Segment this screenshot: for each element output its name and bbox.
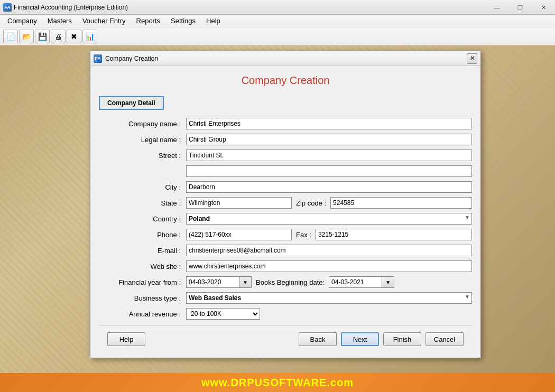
email-label: E-mail : xyxy=(99,247,186,255)
menu-company[interactable]: Company xyxy=(2,15,42,27)
menubar: Company Masters Voucher Entry Reports Se… xyxy=(0,15,555,27)
books-date-input[interactable] xyxy=(329,276,382,288)
tab-container: Company Detail xyxy=(99,96,472,110)
fin-date-input[interactable] xyxy=(186,276,239,288)
minimize-button[interactable]: — xyxy=(485,0,508,15)
company-creation-dialog: FA Company Creation ✕ Company Creation C… xyxy=(90,51,481,358)
books-date-picker-button[interactable]: ▼ xyxy=(382,276,394,288)
finish-button[interactable]: Finish xyxy=(383,332,421,346)
business-type-select[interactable]: Web Based Sales Retail Wholesale Manufac… xyxy=(186,292,472,304)
app-close-button[interactable]: ✕ xyxy=(532,0,555,15)
zip-input[interactable] xyxy=(330,197,472,209)
dialog-footer: Help Back Next Finish Cancel xyxy=(99,325,472,350)
fin-date-picker-button[interactable]: ▼ xyxy=(239,276,252,288)
form-row-phone-fax: Phone : Fax : xyxy=(99,228,472,241)
email-input[interactable] xyxy=(186,245,472,256)
books-label: Books Beginning date: xyxy=(252,278,329,286)
footer-right: Back Next Finish Cancel xyxy=(299,332,464,346)
street-input[interactable] xyxy=(186,150,472,161)
form-row-city: City : xyxy=(99,181,472,193)
country-select[interactable]: Poland United States United Kingdom Germ… xyxy=(186,213,472,225)
toolbar-save-btn[interactable]: 💾 xyxy=(35,30,50,43)
main-area: FA Company Creation ✕ Company Creation C… xyxy=(0,45,555,392)
form-row-annual-revenue: Annual revenue : 20 to 100K 100K to 500K… xyxy=(99,307,472,320)
toolbar-open-btn[interactable]: 📂 xyxy=(19,30,34,43)
help-button[interactable]: Help xyxy=(107,332,145,346)
toolbar-delete-btn[interactable]: ✖ xyxy=(67,30,81,43)
state-input[interactable] xyxy=(186,197,292,209)
footer-left: Help xyxy=(107,332,145,346)
cancel-button[interactable]: Cancel xyxy=(426,332,464,346)
toolbar: 📄 📂 💾 🖨 ✖ 📊 xyxy=(0,27,555,45)
city-label: City : xyxy=(99,183,186,191)
taskbar: FA Financial Accounting (Enterprise Edit… xyxy=(0,0,555,15)
form-row-company-name: Company name : xyxy=(99,117,472,130)
menu-voucher-entry[interactable]: Voucher Entry xyxy=(77,15,131,27)
company-name-label: Company name : xyxy=(99,120,186,128)
business-type-select-wrapper: Web Based Sales Retail Wholesale Manufac… xyxy=(186,292,472,304)
form-row-country: Country : Poland United States United Ki… xyxy=(99,212,472,225)
website-label: Web site : xyxy=(99,263,186,270)
titlebar-controls: — ❐ ✕ xyxy=(485,0,555,15)
street2-input[interactable] xyxy=(186,165,472,177)
dialog-heading: Company Creation xyxy=(99,71,472,90)
form-row-financial: Financial year from : ▼ Books Beginning … xyxy=(99,276,472,288)
dialog-close-button[interactable]: ✕ xyxy=(467,53,477,64)
app-icon: FA xyxy=(3,3,12,12)
form-row-legal-name: Legal name : xyxy=(99,133,472,146)
back-button[interactable]: Back xyxy=(299,332,337,346)
zip-label: Zip code : xyxy=(292,199,330,207)
form-row-website: Web site : xyxy=(99,260,472,273)
dialog-titlebar: FA Company Creation ✕ xyxy=(90,51,480,66)
phone-label: Phone : xyxy=(99,231,186,239)
country-select-wrapper: Poland United States United Kingdom Germ… xyxy=(186,213,472,225)
dialog-title-text: Company Creation xyxy=(105,55,467,62)
menu-reports[interactable]: Reports xyxy=(131,15,166,27)
form-row-street2 xyxy=(99,165,472,178)
company-name-input[interactable] xyxy=(186,118,472,129)
menu-masters[interactable]: Masters xyxy=(42,15,77,27)
toolbar-new-btn[interactable]: 📄 xyxy=(3,30,18,43)
country-label: Country : xyxy=(99,215,186,223)
dialog-icon: FA xyxy=(94,54,102,63)
business-type-label: Business type : xyxy=(99,294,186,302)
state-zip-group: Zip code : xyxy=(186,197,472,209)
menu-settings[interactable]: Settings xyxy=(165,15,201,27)
phone-input[interactable] xyxy=(186,229,292,240)
next-button[interactable]: Next xyxy=(341,332,379,346)
annual-revenue-select[interactable]: 20 to 100K 100K to 500K 500K to 1M 1M to… xyxy=(186,308,260,320)
fin-year-label: Financial year from : xyxy=(99,278,186,286)
toolbar-print-btn[interactable]: 🖨 xyxy=(51,30,66,43)
street-label: Street : xyxy=(99,152,186,160)
form-row-state-zip: State : Zip code : xyxy=(99,197,472,209)
state-label: State : xyxy=(99,199,186,207)
toolbar-extra-btn[interactable]: 📊 xyxy=(82,30,97,43)
legal-name-label: Legal name : xyxy=(99,136,186,144)
website-input[interactable] xyxy=(186,260,472,272)
maximize-button[interactable]: ❐ xyxy=(508,0,532,15)
app-title-bar: FA Financial Accounting (Enterprise Edit… xyxy=(0,3,128,12)
app-title-text: Financial Accounting (Enterprise Edition… xyxy=(14,4,128,11)
fax-label: Fax : xyxy=(292,231,316,239)
fax-input[interactable] xyxy=(316,229,472,240)
menu-help[interactable]: Help xyxy=(201,15,226,27)
form-grid: Company name : Legal name : Street : xyxy=(99,117,472,320)
form-row-business-type: Business type : Web Based Sales Retail W… xyxy=(99,292,472,304)
form-row-street: Street : xyxy=(99,149,472,162)
website-text: www.DRPUSOFTWARE.com xyxy=(201,377,354,389)
website-banner: www.DRPUSOFTWARE.com xyxy=(0,373,555,392)
phone-fax-group: Fax : xyxy=(186,229,472,240)
tab-company-detail[interactable]: Company Detail xyxy=(99,96,164,110)
legal-name-input[interactable] xyxy=(186,134,472,145)
annual-revenue-label: Annual revenue : xyxy=(99,310,186,318)
financial-dates-group: ▼ Books Beginning date: ▼ xyxy=(186,276,472,288)
city-input[interactable] xyxy=(186,181,472,193)
dialog-body: Company Creation Company Detail Company … xyxy=(90,66,480,358)
form-row-email: E-mail : xyxy=(99,244,472,257)
